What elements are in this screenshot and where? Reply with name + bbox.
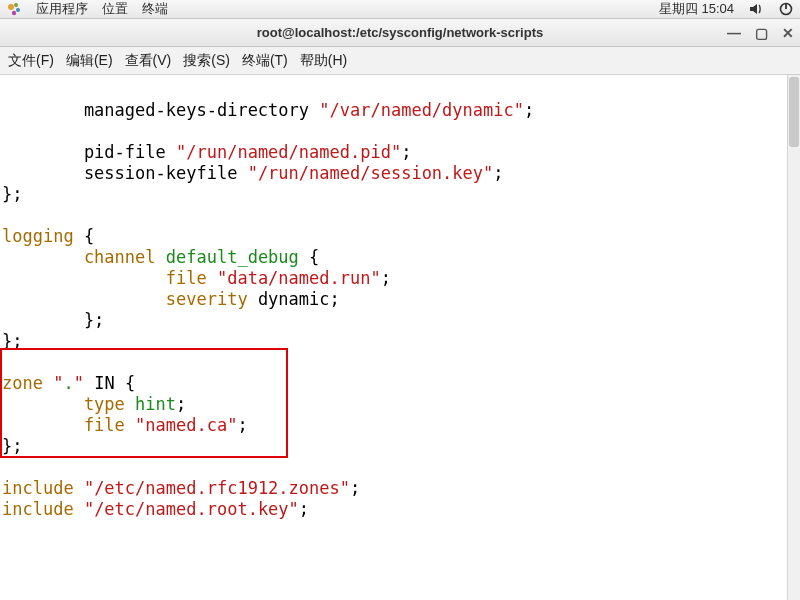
gnome-top-panel: 应用程序 位置 终端 星期四 15:04 [0, 0, 800, 19]
code-string: "/var/named/dynamic" [319, 100, 524, 120]
code-keyword: severity [2, 289, 248, 309]
code-text: ; [176, 394, 186, 414]
terminal-window: root@localhost:/etc/sysconfig/network-sc… [0, 19, 800, 600]
maximize-button[interactable]: ▢ [755, 25, 768, 41]
menu-edit[interactable]: 编辑(E) [66, 52, 113, 70]
code-ident: . [63, 373, 73, 393]
code-string: " [74, 373, 84, 393]
code-text: ; [401, 142, 411, 162]
code-keyword: file [2, 415, 135, 435]
code-ident: default_debug [166, 247, 299, 267]
menu-terminal-tab[interactable]: 终端(T) [242, 52, 288, 70]
volume-icon[interactable] [748, 1, 764, 17]
menu-search[interactable]: 搜索(S) [183, 52, 230, 70]
code-text: { [299, 247, 319, 267]
code-text: session-keyfile [2, 163, 248, 183]
code-string: "named.ca" [135, 415, 237, 435]
code-string: "data/named.run" [217, 268, 381, 288]
code-text: ; [524, 100, 534, 120]
code-text: }; [2, 436, 22, 456]
code-string: "/run/named/session.key" [248, 163, 494, 183]
code-keyword: type [2, 394, 135, 414]
code-text: ; [350, 478, 360, 498]
code-ident: hint [135, 394, 176, 414]
code-text: }; [2, 184, 22, 204]
code-text: }; [2, 331, 22, 351]
code-text: ; [381, 268, 391, 288]
close-button[interactable]: ✕ [782, 25, 794, 41]
code-keyword: zone [2, 373, 53, 393]
code-string: "/etc/named.rfc1912.zones" [84, 478, 350, 498]
code-text: ; [493, 163, 503, 183]
power-icon[interactable] [778, 1, 794, 17]
menu-terminal[interactable]: 终端 [142, 0, 168, 18]
code-text: pid-file [2, 142, 176, 162]
code-text: ; [299, 499, 309, 519]
code-keyword: file [2, 268, 217, 288]
svg-point-0 [8, 4, 14, 10]
svg-point-3 [12, 11, 16, 15]
clock[interactable]: 星期四 15:04 [659, 0, 734, 18]
code-text: IN { [84, 373, 135, 393]
menu-applications[interactable]: 应用程序 [36, 0, 88, 18]
code-keyword: include [2, 478, 84, 498]
menubar: 文件(F) 编辑(E) 查看(V) 搜索(S) 终端(T) 帮助(H) [0, 47, 800, 75]
top-panel-right: 星期四 15:04 [659, 0, 794, 18]
window-titlebar[interactable]: root@localhost:/etc/sysconfig/network-sc… [0, 19, 800, 47]
menu-help[interactable]: 帮助(H) [300, 52, 347, 70]
code-string: "/etc/named.root.key" [84, 499, 299, 519]
menu-file[interactable]: 文件(F) [8, 52, 54, 70]
svg-point-2 [16, 8, 20, 12]
code-string: " [53, 373, 63, 393]
code-text: managed-keys-directory [2, 100, 319, 120]
code-text: }; [2, 310, 104, 330]
scrollbar[interactable] [787, 75, 800, 600]
menu-places[interactable]: 位置 [102, 0, 128, 18]
top-panel-left: 应用程序 位置 终端 [6, 0, 168, 18]
menu-view[interactable]: 查看(V) [125, 52, 172, 70]
code-string: "/run/named/named.pid" [176, 142, 401, 162]
minimize-button[interactable]: — [727, 25, 741, 41]
scrollbar-thumb[interactable] [789, 77, 799, 147]
code-keyword: channel [2, 247, 166, 267]
svg-point-1 [14, 3, 18, 7]
code-text: dynamic; [248, 289, 340, 309]
foot-icon[interactable] [6, 1, 22, 17]
code-text: { [74, 226, 94, 246]
code-keyword: logging [2, 226, 74, 246]
window-controls: — ▢ ✕ [727, 19, 794, 46]
code-text: ; [237, 415, 247, 435]
code-keyword: include [2, 499, 84, 519]
window-title: root@localhost:/etc/sysconfig/network-sc… [257, 25, 543, 40]
terminal-content[interactable]: managed-keys-directory "/var/named/dynam… [0, 75, 800, 600]
